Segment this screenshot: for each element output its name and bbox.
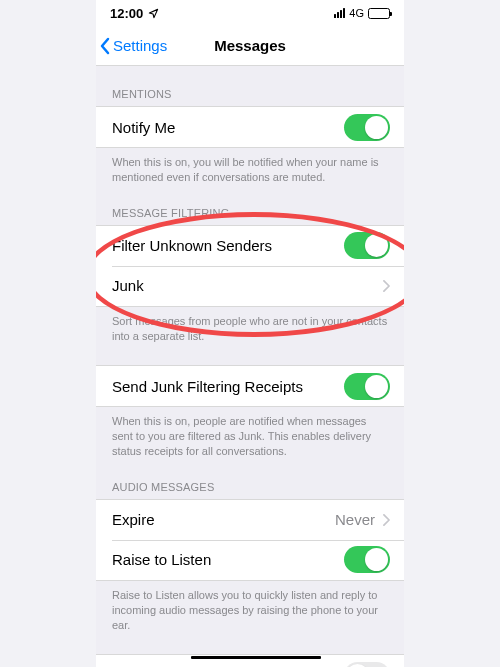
notify-me-label: Notify Me	[112, 119, 344, 136]
filter-unknown-label: Filter Unknown Senders	[112, 237, 344, 254]
network-type: 4G	[349, 7, 364, 19]
chevron-right-icon	[383, 280, 390, 292]
signal-bars-icon	[334, 8, 345, 18]
battery-icon	[368, 8, 390, 19]
low-quality-switch[interactable]	[344, 662, 390, 667]
chevron-right-icon	[383, 514, 390, 526]
location-icon	[148, 8, 159, 19]
junk-row[interactable]: Junk	[96, 266, 404, 306]
filter-unknown-switch[interactable]	[344, 232, 390, 259]
section-header-audio: AUDIO MESSAGES	[96, 459, 404, 499]
raise-label: Raise to Listen	[112, 551, 344, 568]
raise-row[interactable]: Raise to Listen	[96, 540, 404, 580]
filter-unknown-row[interactable]: Filter Unknown Senders	[96, 226, 404, 266]
nav-bar: Settings Messages	[96, 26, 404, 66]
junk-receipts-label: Send Junk Filtering Receipts	[112, 378, 344, 395]
mentions-footer: When this is on, you will be notified wh…	[96, 148, 404, 185]
raise-switch[interactable]	[344, 546, 390, 573]
junk-label: Junk	[112, 277, 383, 294]
notify-me-switch[interactable]	[344, 114, 390, 141]
expire-row[interactable]: Expire Never	[96, 500, 404, 540]
audio-footer: Raise to Listen allows you to quickly li…	[96, 581, 404, 633]
back-button[interactable]: Settings	[100, 37, 167, 55]
notify-me-row[interactable]: Notify Me	[96, 107, 404, 147]
filtering-footer: Sort messages from people who are not in…	[96, 307, 404, 344]
junk-receipts-switch[interactable]	[344, 373, 390, 400]
status-bar: 12:00 4G	[96, 0, 404, 26]
junk-receipts-row[interactable]: Send Junk Filtering Receipts	[96, 366, 404, 406]
back-label: Settings	[113, 37, 167, 54]
junk-receipts-footer: When this is on, people are notified whe…	[96, 407, 404, 459]
status-time: 12:00	[110, 6, 143, 21]
expire-label: Expire	[112, 511, 335, 528]
page-title: Messages	[214, 37, 286, 54]
chevron-left-icon	[100, 37, 110, 55]
section-header-mentions: MENTIONS	[96, 66, 404, 106]
low-quality-row[interactable]: Low Quality Image Mode	[96, 655, 404, 667]
section-header-filtering: MESSAGE FILTERING	[96, 185, 404, 225]
expire-value: Never	[335, 511, 375, 528]
